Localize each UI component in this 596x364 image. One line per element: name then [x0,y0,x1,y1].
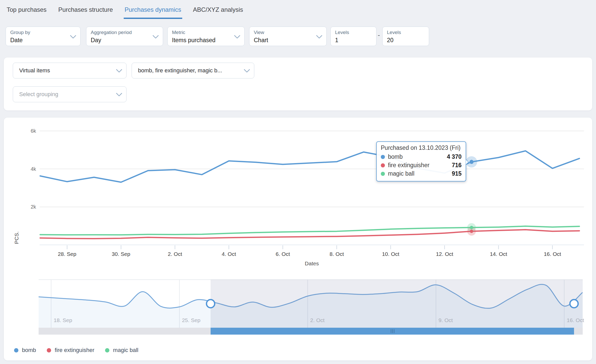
series-dot-icon [105,348,109,352]
minimap-date-label: 16. Oct [567,317,584,323]
x-axis-tick-label: 8. Oct [329,251,344,257]
aggregation-period-label: Aggregation period [91,30,132,35]
highlight-point [470,226,473,229]
chevron-down-icon [244,69,250,73]
minimap-date-label: 25. Sep [182,317,200,323]
chart-legend: bomb fire extinguisher magic ball [14,347,138,354]
series-dot-icon [381,163,385,167]
brush-handle-right[interactable] [570,300,578,308]
aggregation-period-value: Day [91,37,101,44]
series-dot-icon [381,172,385,176]
minimap-date-label: 9. Oct [439,317,453,323]
chevron-down-icon [316,35,322,39]
entity-type-select[interactable]: Virtual items [13,63,127,78]
levels-from-value: 1 [335,37,338,44]
levels-range-separator: - [378,31,380,39]
series-dot-icon [47,348,51,352]
metric-dropdown[interactable]: Metric Items purchased [167,27,245,46]
group-by-dropdown[interactable]: Group by Date [6,27,81,46]
x-axis-tick-label: 30. Sep [112,251,130,257]
series-line-bomb [40,151,579,182]
levels-from-input[interactable]: Levels 1 [330,27,376,46]
tabs-bar: Top purchases Purchases structure Purcha… [6,0,244,19]
tab-purchases-dynamics[interactable]: Purchases dynamics [124,0,182,19]
view-label: View [254,30,264,35]
group-by-value: Date [10,37,23,44]
brush-handle-left[interactable] [207,300,215,308]
x-axis-tick-label: 6. Oct [276,251,290,257]
tooltip-row: magic ball 915 [381,169,462,178]
y-axis-tick-label: 4k [31,166,36,172]
purchases-dynamics-page: { "tabs": [ { "label": "Top purchases", … [0,0,596,364]
chevron-down-icon [234,35,240,39]
metric-value: Items purchased [172,37,215,44]
view-dropdown[interactable]: View Chart [249,27,327,46]
chevron-down-icon [70,35,76,39]
tab-top-purchases[interactable]: Top purchases [6,0,48,19]
chevron-down-icon [153,35,159,39]
tab-purchases-structure[interactable]: Purchases structure [57,0,114,19]
grouping-select-placeholder: Select grouping [19,91,58,98]
group-by-label: Group by [10,30,30,35]
tooltip-title: Purchased on 13.10.2023 (Fri) [381,144,462,151]
x-axis-title: Dates [305,260,319,266]
tooltip-series-value: 915 [452,170,462,177]
minimap-date-label: 2. Oct [310,317,325,323]
legend-item-bomb[interactable]: bomb [14,347,36,354]
tooltip-series-name: bomb [388,153,403,160]
aggregation-period-dropdown[interactable]: Aggregation period Day [86,27,163,46]
minimap[interactable] [33,280,583,328]
minimap-date-label: 18. Sep [54,317,72,323]
tab-abc-xyz-analysis[interactable]: ABC/XYZ analysis [192,0,244,19]
tooltip-series-value: 716 [452,162,462,169]
chevron-down-icon [116,93,122,97]
legend-item-fire-extinguisher[interactable]: fire extinguisher [47,347,94,354]
levels-from-label: Levels [335,30,349,35]
series-dot-icon [14,348,18,352]
view-value: Chart [254,37,268,44]
y-axis-title: PCS. [14,231,19,244]
tooltip-series-name: magic ball [388,170,415,177]
entity-filter-card: Virtual items bomb, fire extinguisher, m… [4,58,592,110]
tooltip-row: fire extinguisher 716 [381,161,462,169]
x-axis-tick-label: 28. Sep [58,251,76,257]
grouping-select[interactable]: Select grouping [13,86,127,102]
minimap-selection-overlay[interactable] [211,280,583,328]
items-multiselect-value: bomb, fire extinguisher, magic b... [138,67,222,74]
series-dot-icon [381,155,385,159]
chart-card: 2k4k6kPCS.28. Sep30. Sep2. Oct4. Oct6. O… [4,118,592,360]
x-axis-tick-label: 14. Oct [490,251,507,257]
chevron-down-icon [116,69,122,73]
legend-label: fire extinguisher [55,347,94,354]
x-axis-tick-label: 10. Oct [382,251,399,257]
x-axis-tick-label: 12. Oct [436,251,453,257]
tooltip-row: bomb 4 370 [381,153,462,161]
legend-label: magic ball [113,347,138,354]
y-axis-tick-label: 2k [31,204,36,210]
highlight-point [470,230,473,233]
x-axis-tick-label: 2. Oct [168,251,182,257]
legend-item-magic-ball[interactable]: magic ball [105,347,138,354]
levels-to-value: 20 [387,37,394,44]
items-multiselect[interactable]: bomb, fire extinguisher, magic b... [132,63,254,78]
legend-label: bomb [22,347,36,354]
purchases-line-chart[interactable]: 2k4k6kPCS.28. Sep30. Sep2. Oct4. Oct6. O… [4,118,592,360]
levels-to-label: Levels [387,30,401,35]
x-axis-tick-label: 16. Oct [544,251,561,257]
y-axis-tick-label: 6k [31,128,36,134]
tooltip-series-value: 4 370 [447,153,462,160]
levels-to-input[interactable]: Levels 20 [382,27,429,46]
tooltip-series-name: fire extinguisher [388,162,429,169]
entity-type-value: Virtual items [19,67,50,74]
x-axis-tick-label: 4. Oct [222,251,236,257]
metric-label: Metric [172,30,185,35]
chart-tooltip: Purchased on 13.10.2023 (Fri) bomb 4 370… [376,141,466,181]
